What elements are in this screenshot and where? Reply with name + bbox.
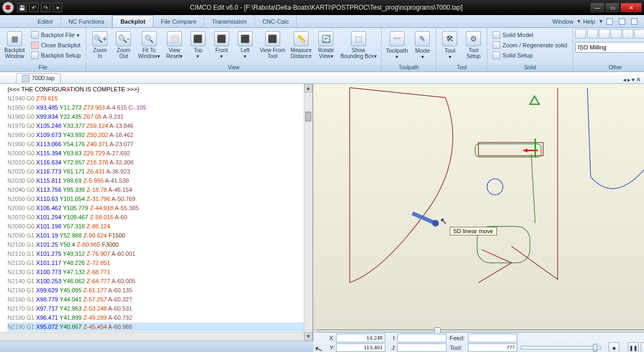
backplot-file-button[interactable]: Backplot File ▾ <box>29 30 83 40</box>
view-btn-zoom[interactable]: 🔍+ZoomIn <box>89 29 111 60</box>
code-line[interactable]: N2180 G1 X96.471 Y41.899 Z-49.289 A-60.7… <box>8 313 307 322</box>
quick-access-toolbar: 💾 ↶ ↷ ▾ <box>17 3 62 12</box>
code-line[interactable]: N2170 G1 X97.717 Y42.963 Z-53.248 A-60.5… <box>8 304 307 313</box>
solid-setup-button[interactable]: Solid Setup <box>491 51 569 60</box>
backplot-setup-button[interactable]: Backplot Setup <box>29 51 83 60</box>
view-btn-view[interactable]: ⬜ViewReset▾ <box>163 29 186 60</box>
mdi-restore-icon[interactable] <box>619 18 625 25</box>
code-line[interactable]: N2080 G0 X101.198 Y57.318 Z-88.124 <box>8 222 307 231</box>
other-icon-2[interactable] <box>587 29 598 39</box>
code-line[interactable]: N2100 G1 X101.25 Y50.4 Z-80.965 F3000 <box>8 240 307 249</box>
close-backplot-button[interactable]: Close Backplot <box>29 40 83 50</box>
refresh-icon <box>493 41 500 49</box>
slider-track[interactable] <box>318 330 644 332</box>
view-btn-fit-to[interactable]: 🔍Fit ToWindow▾ <box>136 29 162 60</box>
other-icon-4[interactable] <box>611 29 621 39</box>
tool-icon: 🛠 <box>442 31 457 46</box>
code-line[interactable]: N2070 G0 X101.294 Y109.467 Z-58.016 A-60 <box>8 213 307 222</box>
close-button[interactable]: ✕ <box>620 3 642 12</box>
other-icon-1[interactable] <box>575 29 586 39</box>
code-line[interactable]: N2060 G0 X106.462 Y105.779 Z-44.918 A-55… <box>8 204 307 213</box>
code-line[interactable]: N2160 G1 X98.779 Y44.041 Z-57.257 A-60.3… <box>8 295 307 304</box>
editor-vscroll[interactable]: ▲▼ <box>304 84 312 341</box>
tool-setup-button[interactable]: ⚙Tool Setup <box>462 29 485 60</box>
step-fwd-button[interactable]: ▸ <box>641 342 644 352</box>
code-line[interactable]: N1970 G0 X105.248 Y33.377 Z59.124 A-13.8… <box>8 121 307 131</box>
save-icon[interactable]: 💾 <box>17 3 27 12</box>
milling-dropdown[interactable]: ISO Milling▾ <box>575 42 644 53</box>
code-line[interactable]: N1950 G0 X93.485 Y11.273 Z73.903 A-4.615… <box>8 103 307 112</box>
backplot-window-button[interactable]: ▦ Backplot Window <box>2 29 27 60</box>
code-line[interactable]: N1960 G0 X99.834 Y22.435 Z67.05 A-9.231 <box>8 112 307 121</box>
tab-nc-functions[interactable]: NC Functions <box>61 15 113 27</box>
tab-prev-icon[interactable]: ◂ <box>623 76 626 83</box>
backplot-canvas[interactable]: ↖ 5D linear move <box>313 84 644 330</box>
tab-next-icon[interactable]: ▸ <box>627 76 631 83</box>
editor-hscroll[interactable] <box>0 332 304 341</box>
code-line[interactable]: N2010 G0 X116.634 Y72.857 Z18.378 A-32.3… <box>8 158 307 167</box>
scroll-down-icon[interactable]: ▼ <box>304 332 312 341</box>
label-i: I: <box>389 335 396 341</box>
code-line[interactable]: N2040 G0 X113.756 Y95.339 Z-18.78 A-46.1… <box>8 185 307 195</box>
other-icon-6[interactable] <box>634 29 644 39</box>
redo-icon[interactable]: ↷ <box>41 3 50 12</box>
tool-button[interactable]: 🛠Tool▾ <box>438 29 461 61</box>
tab-editor[interactable]: Editor <box>30 15 61 27</box>
view-btn-view-from[interactable]: ⬛View FromTool <box>258 29 288 60</box>
tab-list-icon[interactable]: ▾ <box>632 76 635 83</box>
mode-icon: ✎ <box>415 31 430 46</box>
mdi-close-icon[interactable] <box>631 18 638 25</box>
mode-button[interactable]: ✎Mode▾ <box>411 29 434 61</box>
undo-icon[interactable]: ↶ <box>29 3 39 12</box>
window-menu[interactable]: Window <box>552 18 573 25</box>
code-line[interactable]: N2130 G1 X100.773 Y47.132 Z-68.771 <box>8 268 307 277</box>
backplot-viewport: ↖ 5D linear move ↖ X:14.248 Y:113.401 Z:… <box>312 84 644 341</box>
view-btn-top[interactable]: ⬛Top▾ <box>187 29 209 60</box>
view-btn-left[interactable]: ⬛Left▾ <box>234 29 257 60</box>
pause-button[interactable]: ❚❚ <box>628 342 639 352</box>
mdi-minimize-icon[interactable] <box>606 18 613 25</box>
view-btn-show[interactable]: ⬚ShowBounding Box▾ <box>338 29 378 60</box>
other-icon-3[interactable] <box>599 29 610 39</box>
group-label-file: File <box>0 63 86 71</box>
help-menu[interactable]: Help <box>583 18 595 25</box>
code-line[interactable]: N2000 G0 X115.394 Y63.83 Z29.729 A-27.69… <box>8 149 307 158</box>
view-btn-zoom[interactable]: 🔍-ZoomOut <box>112 29 135 60</box>
stop-button[interactable]: ■ <box>609 342 619 352</box>
code-editor[interactable]: (<<< THE CONFIGURATION IS COMPLETE >>>) … <box>0 84 312 341</box>
cube-icon <box>493 31 500 39</box>
code-line[interactable]: N2120 G1 X101.117 Y48.226 Z-72.851 <box>8 258 307 268</box>
scroll-thumb[interactable] <box>305 112 311 121</box>
speed-slider[interactable] <box>521 346 601 349</box>
code-line[interactable]: N2140 G1 X100.253 Y46.062 Z-64.777 A-60.… <box>8 277 307 286</box>
tab-transmission[interactable]: Transmission <box>204 15 255 27</box>
zoom-regenerate-button[interactable]: Zoom / Regenerate solid <box>491 40 569 50</box>
minimize-button[interactable]: — <box>590 3 604 12</box>
code-line[interactable]: N2090 G1 X101.19 Y52.988 Z-90.624 F1500 <box>8 231 307 240</box>
code-line[interactable]: N2110 G1 X101.275 Y49.312 Z-76.907 A-60.… <box>8 249 307 258</box>
tab-backplot[interactable]: Backplot <box>112 15 153 27</box>
toolpath-button[interactable]: 〰Toolpath▾ <box>384 29 411 61</box>
code-line[interactable]: N2050 G0 X110.63 Y101.054 Z-31.796 A-50.… <box>8 195 307 204</box>
code-line[interactable]: N2020 G0 X116.773 Y81.171 Z6.431 A-36.92… <box>8 167 307 176</box>
code-line[interactable]: N2190 G1 X95.072 Y40.867 Z-45.454 A-60.9… <box>8 322 307 332</box>
view-btn-rotate[interactable]: 🔄RotateView▾ <box>314 29 337 60</box>
tab-cnc-calc[interactable]: CNC-Calc <box>255 15 297 27</box>
code-line[interactable]: N2150 G1 X99.629 Y45.095 Z-61.177 A-60.1… <box>8 286 307 295</box>
tab-close-icon[interactable]: ✕ <box>636 76 641 83</box>
code-line[interactable]: N2030 G0 X115.811 Y88.69 Z-5.995 A-41.53… <box>8 176 307 185</box>
tab-file-compare[interactable]: File Compare <box>153 15 204 27</box>
solid-model-button[interactable]: Solid Model <box>491 30 569 40</box>
other-icon-5[interactable] <box>623 29 633 39</box>
maximize-button[interactable]: ▭ <box>605 3 619 12</box>
view-btn-measure[interactable]: 📏MeasureDistance <box>289 29 314 60</box>
svg-marker-4 <box>530 96 539 104</box>
scroll-up-icon[interactable]: ▲ <box>304 84 312 92</box>
view-btn-front[interactable]: ⬛Front▾ <box>210 29 233 60</box>
speed-thumb[interactable] <box>593 344 597 351</box>
qat-dropdown-icon[interactable]: ▾ <box>53 3 62 12</box>
code-line[interactable]: N1940 G0 Z79.615 <box>8 94 307 103</box>
document-tab[interactable]: 7000.tap <box>16 73 61 83</box>
code-line[interactable]: N1990 G0 X113.066 Y54.176 Z40.371 A-23.0… <box>8 140 307 149</box>
code-line[interactable]: N1980 G0 X109.673 Y43.992 Z50.202 A-18.4… <box>8 131 307 140</box>
